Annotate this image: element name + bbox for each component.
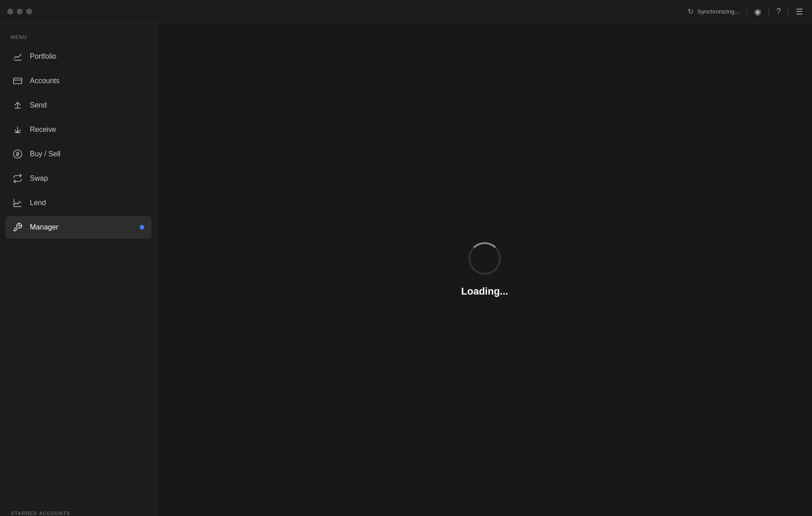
help-icon[interactable]: ? xyxy=(776,7,781,16)
divider-3 xyxy=(788,7,788,16)
loading-text: Loading... xyxy=(461,286,508,297)
sidebar-item-label-portfolio: Portfolio xyxy=(30,52,57,61)
title-bar: ↻ Synchronizing... ◉ ? ☰ xyxy=(0,0,812,23)
menu-icon[interactable]: ☰ xyxy=(796,7,803,17)
sync-label: Synchronizing... xyxy=(697,8,739,15)
sidebar-item-label-swap: Swap xyxy=(30,174,48,183)
manager-badge xyxy=(140,225,144,230)
swap-icon xyxy=(13,174,23,183)
lend-icon xyxy=(13,198,23,208)
sidebar-item-accounts[interactable]: Accounts xyxy=(5,70,151,92)
title-bar-right: ↻ Synchronizing... ◉ ? ☰ xyxy=(688,7,803,17)
sidebar-item-label-send: Send xyxy=(30,101,47,109)
sidebar-item-portfolio[interactable]: Portfolio xyxy=(5,45,151,68)
maximize-button[interactable] xyxy=(26,9,32,14)
sidebar-item-swap[interactable]: Swap xyxy=(5,167,151,190)
sidebar-item-send[interactable]: Send xyxy=(5,94,151,117)
divider-1 xyxy=(746,7,747,16)
sidebar-item-label-accounts: Accounts xyxy=(30,77,60,85)
main-layout: MENU Portfolio xyxy=(0,23,812,516)
manager-icon xyxy=(13,222,23,232)
loading-container: Loading... xyxy=(461,242,508,297)
sidebar-item-receive[interactable]: Receive xyxy=(5,118,151,141)
nav-items: Portfolio Accounts xyxy=(0,45,157,239)
loading-spinner xyxy=(468,242,501,275)
sidebar-item-label-manager: Manager xyxy=(30,223,58,231)
window-controls xyxy=(7,9,32,14)
sidebar-item-manager[interactable]: Manager xyxy=(5,216,151,239)
minimize-button[interactable] xyxy=(17,9,23,14)
sidebar-item-label-receive: Receive xyxy=(30,126,56,134)
close-button[interactable] xyxy=(7,9,13,14)
svg-rect-1 xyxy=(14,78,22,84)
accounts-icon xyxy=(13,76,23,86)
starred-accounts-label: STARRED ACCOUNTS xyxy=(0,500,157,516)
send-icon xyxy=(13,100,23,110)
buy-sell-icon xyxy=(13,149,23,159)
sidebar-item-lend[interactable]: Lend xyxy=(5,192,151,214)
sidebar-item-buy-sell[interactable]: Buy / Sell xyxy=(5,143,151,165)
sidebar-item-label-lend: Lend xyxy=(30,199,46,207)
sync-icon: ↻ xyxy=(688,7,694,16)
portfolio-icon xyxy=(13,52,23,61)
sidebar-item-label-buy-sell: Buy / Sell xyxy=(30,150,61,158)
divider-2 xyxy=(769,7,769,16)
receive-icon xyxy=(13,125,23,135)
sidebar: MENU Portfolio xyxy=(0,23,157,516)
eye-icon[interactable]: ◉ xyxy=(754,7,761,17)
menu-label: MENU xyxy=(0,34,157,40)
sync-status: ↻ Synchronizing... xyxy=(688,7,739,16)
main-content: Loading... xyxy=(157,23,812,516)
